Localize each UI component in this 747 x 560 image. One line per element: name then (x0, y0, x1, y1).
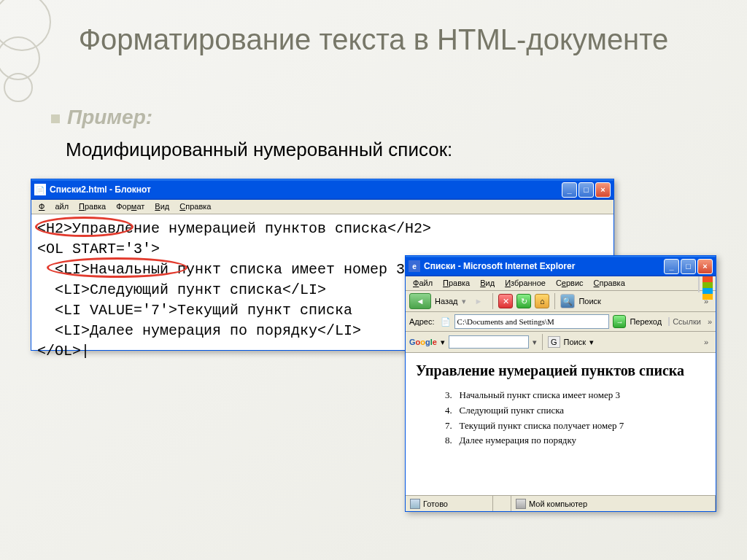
windows-flag-icon (698, 276, 716, 292)
page-heading: Управление нумерацией пунктов списка (416, 362, 705, 379)
page-icon: 📄 (441, 317, 451, 327)
ordered-list: 3. Начальный пункт списка имеет номер 3 … (416, 388, 705, 448)
minimize-button[interactable]: _ (664, 259, 679, 274)
google-search-icon[interactable]: G (548, 336, 560, 348)
notepad-titlebar[interactable]: 📄 Списки2.html - Блокнот _ □ × (31, 179, 614, 200)
toolbar-overflow-icon[interactable]: » (700, 297, 712, 306)
example-label: Пример: (51, 106, 152, 129)
ie-titlebar[interactable]: e Списки - Microsoft Internet Explorer _… (406, 256, 716, 276)
notepad-menubar: Файл Правка Формат Вид Справка (31, 200, 614, 214)
ie-title: Списки - Microsoft Internet Explorer (424, 261, 662, 271)
menu-help[interactable]: Справка (589, 276, 630, 290)
ie-menubar: Файл Правка Вид Избранное Сервис Справка (406, 276, 716, 291)
refresh-icon[interactable]: ↻ (516, 294, 531, 308)
home-icon[interactable]: ⌂ (535, 294, 549, 308)
google-logo: Google (409, 338, 437, 346)
notepad-app-icon: 📄 (34, 184, 46, 195)
google-search-label: Поиск (564, 338, 586, 346)
search-icon[interactable]: 🔍 (560, 294, 575, 308)
links-label[interactable]: Ссылки (668, 317, 704, 326)
back-label: Назад (435, 297, 458, 306)
maximize-button[interactable]: □ (681, 259, 696, 274)
ie-nav-toolbar: ◄ Назад ▾ ► ✕ ↻ ⌂ 🔍 Поиск » (406, 291, 716, 312)
menu-format[interactable]: Формат (111, 200, 150, 214)
back-dropdown-icon[interactable]: ▾ (462, 297, 466, 306)
back-button[interactable]: ◄ (409, 293, 431, 309)
go-button[interactable]: → (613, 315, 626, 328)
close-button[interactable]: × (697, 259, 713, 274)
notepad-title: Списки2.html - Блокнот (50, 184, 560, 195)
slide-title: Форматирование текста в HTML-документе (0, 0, 747, 64)
menu-edit[interactable]: Правка (438, 276, 475, 290)
menu-help[interactable]: Справка (174, 200, 216, 214)
ie-statusbar: Готово Мой компьютер (406, 495, 716, 511)
list-item: 7. Текущий пункт списка получает номер 7 (445, 419, 705, 434)
google-overflow-icon[interactable]: » (700, 338, 712, 346)
status-zone-icon (516, 499, 526, 509)
minimize-button[interactable]: _ (562, 182, 577, 198)
menu-favorites[interactable]: Избранное (500, 276, 551, 290)
status-ready-icon (410, 499, 420, 509)
list-item: 3. Начальный пункт списка имеет номер 3 (445, 388, 705, 403)
ie-app-icon: e (409, 260, 420, 272)
search-label: Поиск (578, 297, 600, 306)
slide-subtitle: Модифицированный нумерованный список: (66, 139, 452, 161)
ie-window: e Списки - Microsoft Internet Explorer _… (405, 255, 716, 512)
stop-icon[interactable]: ✕ (498, 294, 513, 308)
address-input[interactable] (454, 314, 610, 329)
google-search-input[interactable] (449, 335, 529, 349)
status-ready: Готово (423, 499, 448, 508)
ie-address-bar: Адрес: 📄 → Переход Ссылки » (406, 312, 716, 332)
google-search-dropdown-icon[interactable]: ▾ (589, 338, 594, 347)
go-label: Переход (630, 317, 662, 326)
google-toolbar: Google ▾ ▾ G Поиск ▾ » (406, 332, 716, 353)
status-zone: Мой компьютер (529, 499, 587, 508)
google-input-dropdown-icon[interactable]: ▾ (533, 338, 537, 347)
links-overflow-icon[interactable]: » (708, 317, 712, 326)
menu-file[interactable]: Файл (408, 276, 438, 290)
list-item: 8. Далее нумерация по порядку (445, 433, 705, 448)
menu-file[interactable]: Файл (34, 200, 74, 214)
google-dropdown-icon[interactable]: ▾ (441, 338, 445, 347)
menu-view[interactable]: Вид (475, 276, 500, 290)
menu-tools[interactable]: Сервис (551, 276, 589, 290)
menu-view[interactable]: Вид (150, 200, 174, 214)
address-label: Адрес: (409, 317, 435, 326)
ie-page-content: Управление нумерацией пунктов списка 3. … (406, 353, 716, 495)
forward-button: ► (470, 293, 488, 309)
close-button[interactable]: × (595, 182, 611, 198)
maximize-button[interactable]: □ (578, 182, 594, 198)
menu-edit[interactable]: Правка (74, 200, 111, 214)
list-item: 4. Следующий пункт списка (445, 403, 705, 419)
